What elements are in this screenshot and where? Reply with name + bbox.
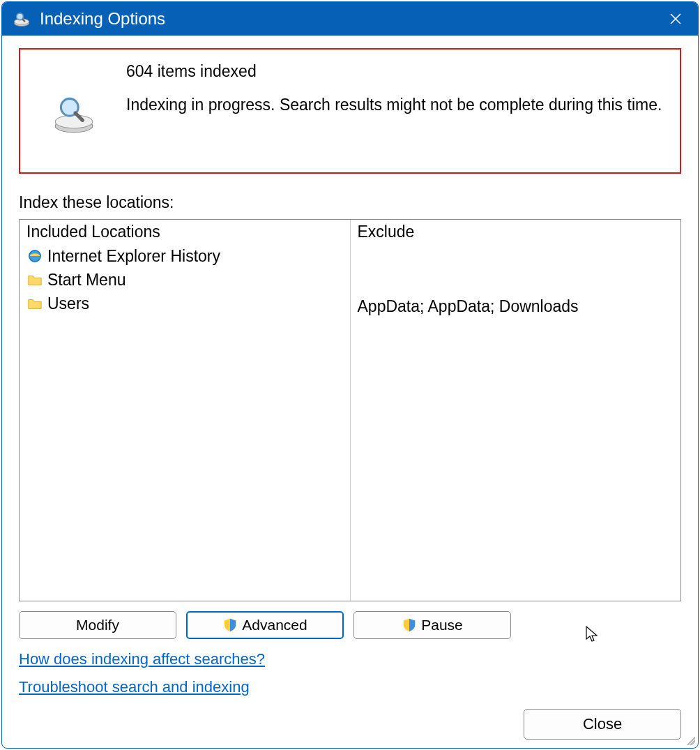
button-label: Pause: [421, 617, 463, 633]
drive-search-icon: [50, 89, 98, 137]
included-header: Included Locations: [26, 223, 343, 241]
section-label: Index these locations:: [19, 193, 681, 212]
status-text: 604 items indexed Indexing in progress. …: [126, 62, 667, 116]
pause-button[interactable]: Pause: [353, 611, 511, 639]
exclude-header: Exclude: [358, 223, 674, 241]
content-area: 604 items indexed Indexing in progress. …: [2, 36, 698, 748]
list-item-label: Start Menu: [47, 268, 126, 292]
resize-grip[interactable]: [684, 734, 695, 745]
indexing-progress-message: Indexing in progress. Search results mig…: [126, 95, 667, 116]
exclude-value: AppData; AppData; Downloads: [358, 294, 674, 318]
folder-icon: [26, 271, 43, 288]
exclude-text: AppData; AppData; Downloads: [358, 294, 579, 318]
button-label: Advanced: [242, 617, 307, 633]
titlebar: Indexing Options: [2, 2, 698, 36]
advanced-button[interactable]: Advanced: [186, 611, 344, 639]
list-item[interactable]: Users: [26, 292, 343, 315]
close-icon[interactable]: [660, 3, 691, 34]
close-button[interactable]: Close: [524, 709, 681, 740]
list-item-label: Internet Explorer History: [47, 244, 220, 268]
included-column: Included Locations Internet Explorer His…: [20, 220, 350, 601]
footer: Close: [19, 709, 681, 740]
help-links: How does indexing affect searches? Troub…: [19, 650, 681, 706]
shield-icon: [402, 617, 417, 633]
app-icon: [12, 9, 31, 29]
modify-button[interactable]: Modify: [19, 611, 176, 639]
shield-icon: [222, 617, 238, 633]
ie-icon: [26, 248, 43, 264]
button-label: Close: [583, 715, 622, 733]
window-title: Indexing Options: [40, 9, 660, 29]
cursor-icon: [585, 625, 599, 643]
button-row: Modify Advanced Pause: [19, 611, 681, 639]
list-item[interactable]: Start Menu: [26, 268, 343, 292]
list-item[interactable]: Internet Explorer History: [26, 244, 343, 268]
exclude-column: Exclude AppData; AppData; Downloads: [350, 220, 681, 601]
items-indexed-count: 604 items indexed: [126, 62, 667, 81]
button-label: Modify: [76, 617, 119, 633]
indexing-options-window: Indexing Options 604 items indexed Index…: [1, 1, 699, 749]
folder-icon: [26, 295, 43, 312]
troubleshoot-link[interactable]: Troubleshoot search and indexing: [19, 678, 681, 696]
list-item-label: Users: [47, 292, 89, 315]
locations-list: Included Locations Internet Explorer His…: [19, 219, 681, 601]
status-panel: 604 items indexed Indexing in progress. …: [19, 48, 681, 174]
svg-point-6: [55, 115, 93, 128]
help-link[interactable]: How does indexing affect searches?: [19, 650, 681, 668]
